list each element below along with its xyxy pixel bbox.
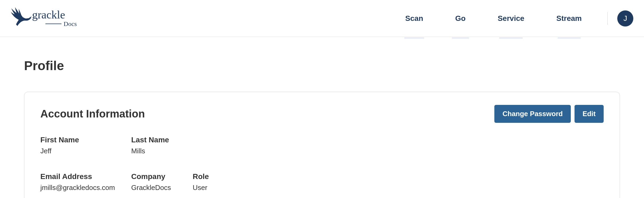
field-last-name: Last Name Mills	[131, 136, 222, 155]
last-name-value: Mills	[131, 147, 222, 155]
field-first-name: First Name Jeff	[40, 136, 131, 155]
info-row-1: First Name Jeff Last Name Mills	[40, 136, 604, 155]
company-value: GrackleDocs	[131, 184, 193, 192]
nav-link-scan[interactable]: Scan	[389, 3, 439, 33]
field-company: Company GrackleDocs	[131, 172, 193, 192]
nav-link-stream[interactable]: Stream	[540, 3, 598, 33]
account-card: Account Information Change Password Edit…	[24, 92, 620, 198]
role-value: User	[193, 184, 254, 192]
bird-logo-icon: grackle Docs	[8, 5, 88, 32]
first-name-label: First Name	[40, 136, 131, 144]
brand-name: grackle	[32, 9, 65, 21]
edit-button[interactable]: Edit	[575, 105, 604, 123]
nav-divider	[607, 12, 608, 25]
logo[interactable]: grackle Docs	[8, 5, 88, 32]
info-row-2: Email Address jmills@grackledocs.com Com…	[40, 172, 604, 192]
header: grackle Docs Scan Go Service Stream J	[0, 0, 644, 37]
nav-link-service[interactable]: Service	[482, 3, 540, 33]
card-title: Account Information	[40, 108, 145, 120]
nav-links: Scan Go Service Stream	[389, 3, 598, 33]
first-name-value: Jeff	[40, 147, 131, 155]
email-label: Email Address	[40, 172, 131, 181]
card-header: Account Information Change Password Edit	[40, 105, 604, 123]
page-title: Profile	[24, 58, 620, 73]
email-value: jmills@grackledocs.com	[40, 184, 131, 192]
avatar[interactable]: J	[617, 10, 633, 26]
svg-point-0	[29, 17, 29, 18]
last-name-label: Last Name	[131, 136, 222, 144]
field-role: Role User	[193, 172, 254, 192]
nav-link-go[interactable]: Go	[439, 3, 482, 33]
info-grid: First Name Jeff Last Name Mills Email Ad…	[40, 136, 604, 192]
button-group: Change Password Edit	[494, 105, 604, 123]
field-email: Email Address jmills@grackledocs.com	[40, 172, 131, 192]
role-label: Role	[193, 172, 254, 181]
brand-subname: Docs	[64, 20, 77, 27]
company-label: Company	[131, 172, 193, 181]
nav-right: Scan Go Service Stream J	[389, 3, 633, 33]
content: Profile Account Information Change Passw…	[0, 37, 644, 198]
change-password-button[interactable]: Change Password	[494, 105, 571, 123]
